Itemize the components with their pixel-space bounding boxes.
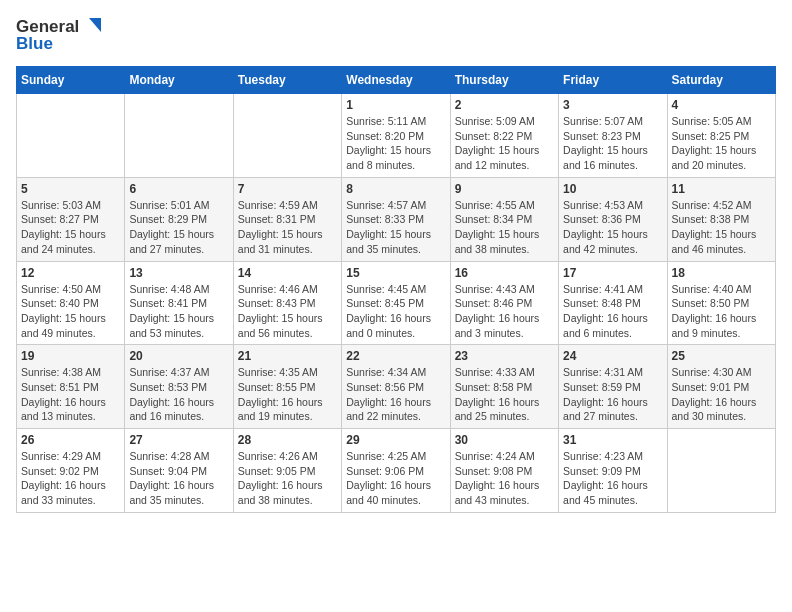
day-number: 4 xyxy=(672,98,771,112)
calendar-cell: 22Sunrise: 4:34 AMSunset: 8:56 PMDayligh… xyxy=(342,345,450,429)
day-info: Sunrise: 4:48 AMSunset: 8:41 PMDaylight:… xyxy=(129,282,228,341)
day-info: Sunrise: 4:38 AMSunset: 8:51 PMDaylight:… xyxy=(21,365,120,424)
calendar-cell: 16Sunrise: 4:43 AMSunset: 8:46 PMDayligh… xyxy=(450,261,558,345)
day-number: 19 xyxy=(21,349,120,363)
day-info: Sunrise: 4:29 AMSunset: 9:02 PMDaylight:… xyxy=(21,449,120,508)
day-number: 7 xyxy=(238,182,337,196)
day-header-wednesday: Wednesday xyxy=(342,67,450,94)
calendar-week-row: 1Sunrise: 5:11 AMSunset: 8:20 PMDaylight… xyxy=(17,94,776,178)
day-header-thursday: Thursday xyxy=(450,67,558,94)
day-info: Sunrise: 5:07 AMSunset: 8:23 PMDaylight:… xyxy=(563,114,662,173)
day-number: 12 xyxy=(21,266,120,280)
logo-blue-text: Blue xyxy=(16,34,53,54)
day-number: 9 xyxy=(455,182,554,196)
day-info: Sunrise: 4:34 AMSunset: 8:56 PMDaylight:… xyxy=(346,365,445,424)
day-info: Sunrise: 4:57 AMSunset: 8:33 PMDaylight:… xyxy=(346,198,445,257)
day-info: Sunrise: 4:35 AMSunset: 8:55 PMDaylight:… xyxy=(238,365,337,424)
calendar-cell: 23Sunrise: 4:33 AMSunset: 8:58 PMDayligh… xyxy=(450,345,558,429)
day-number: 8 xyxy=(346,182,445,196)
logo: General Blue xyxy=(16,16,103,54)
calendar-cell: 25Sunrise: 4:30 AMSunset: 9:01 PMDayligh… xyxy=(667,345,775,429)
day-info: Sunrise: 4:46 AMSunset: 8:43 PMDaylight:… xyxy=(238,282,337,341)
calendar-cell: 13Sunrise: 4:48 AMSunset: 8:41 PMDayligh… xyxy=(125,261,233,345)
day-number: 17 xyxy=(563,266,662,280)
day-number: 27 xyxy=(129,433,228,447)
calendar-cell: 2Sunrise: 5:09 AMSunset: 8:22 PMDaylight… xyxy=(450,94,558,178)
calendar-header-row: SundayMondayTuesdayWednesdayThursdayFrid… xyxy=(17,67,776,94)
day-info: Sunrise: 4:52 AMSunset: 8:38 PMDaylight:… xyxy=(672,198,771,257)
calendar-cell: 26Sunrise: 4:29 AMSunset: 9:02 PMDayligh… xyxy=(17,429,125,513)
day-info: Sunrise: 5:05 AMSunset: 8:25 PMDaylight:… xyxy=(672,114,771,173)
day-info: Sunrise: 4:23 AMSunset: 9:09 PMDaylight:… xyxy=(563,449,662,508)
calendar-cell: 21Sunrise: 4:35 AMSunset: 8:55 PMDayligh… xyxy=(233,345,341,429)
calendar-cell: 11Sunrise: 4:52 AMSunset: 8:38 PMDayligh… xyxy=(667,177,775,261)
calendar-cell: 20Sunrise: 4:37 AMSunset: 8:53 PMDayligh… xyxy=(125,345,233,429)
day-info: Sunrise: 4:40 AMSunset: 8:50 PMDaylight:… xyxy=(672,282,771,341)
day-info: Sunrise: 5:03 AMSunset: 8:27 PMDaylight:… xyxy=(21,198,120,257)
calendar-cell: 5Sunrise: 5:03 AMSunset: 8:27 PMDaylight… xyxy=(17,177,125,261)
calendar-cell xyxy=(125,94,233,178)
day-info: Sunrise: 4:45 AMSunset: 8:45 PMDaylight:… xyxy=(346,282,445,341)
day-header-sunday: Sunday xyxy=(17,67,125,94)
calendar-cell: 6Sunrise: 5:01 AMSunset: 8:29 PMDaylight… xyxy=(125,177,233,261)
day-info: Sunrise: 4:37 AMSunset: 8:53 PMDaylight:… xyxy=(129,365,228,424)
day-number: 11 xyxy=(672,182,771,196)
day-number: 14 xyxy=(238,266,337,280)
day-number: 18 xyxy=(672,266,771,280)
day-number: 31 xyxy=(563,433,662,447)
day-number: 22 xyxy=(346,349,445,363)
calendar-cell: 9Sunrise: 4:55 AMSunset: 8:34 PMDaylight… xyxy=(450,177,558,261)
day-number: 30 xyxy=(455,433,554,447)
day-header-monday: Monday xyxy=(125,67,233,94)
day-info: Sunrise: 4:33 AMSunset: 8:58 PMDaylight:… xyxy=(455,365,554,424)
day-number: 1 xyxy=(346,98,445,112)
day-header-saturday: Saturday xyxy=(667,67,775,94)
day-info: Sunrise: 4:28 AMSunset: 9:04 PMDaylight:… xyxy=(129,449,228,508)
calendar-cell xyxy=(233,94,341,178)
day-info: Sunrise: 4:31 AMSunset: 8:59 PMDaylight:… xyxy=(563,365,662,424)
calendar-cell: 7Sunrise: 4:59 AMSunset: 8:31 PMDaylight… xyxy=(233,177,341,261)
day-number: 20 xyxy=(129,349,228,363)
calendar-cell: 8Sunrise: 4:57 AMSunset: 8:33 PMDaylight… xyxy=(342,177,450,261)
day-number: 3 xyxy=(563,98,662,112)
calendar-cell: 19Sunrise: 4:38 AMSunset: 8:51 PMDayligh… xyxy=(17,345,125,429)
day-number: 21 xyxy=(238,349,337,363)
calendar-cell: 28Sunrise: 4:26 AMSunset: 9:05 PMDayligh… xyxy=(233,429,341,513)
calendar-week-row: 26Sunrise: 4:29 AMSunset: 9:02 PMDayligh… xyxy=(17,429,776,513)
calendar-cell: 15Sunrise: 4:45 AMSunset: 8:45 PMDayligh… xyxy=(342,261,450,345)
day-number: 26 xyxy=(21,433,120,447)
day-number: 5 xyxy=(21,182,120,196)
day-number: 29 xyxy=(346,433,445,447)
calendar-week-row: 5Sunrise: 5:03 AMSunset: 8:27 PMDaylight… xyxy=(17,177,776,261)
day-info: Sunrise: 4:59 AMSunset: 8:31 PMDaylight:… xyxy=(238,198,337,257)
day-info: Sunrise: 4:50 AMSunset: 8:40 PMDaylight:… xyxy=(21,282,120,341)
calendar-week-row: 19Sunrise: 4:38 AMSunset: 8:51 PMDayligh… xyxy=(17,345,776,429)
calendar-cell: 10Sunrise: 4:53 AMSunset: 8:36 PMDayligh… xyxy=(559,177,667,261)
logo-triangle-icon xyxy=(81,16,103,38)
day-number: 24 xyxy=(563,349,662,363)
calendar-cell: 30Sunrise: 4:24 AMSunset: 9:08 PMDayligh… xyxy=(450,429,558,513)
day-info: Sunrise: 4:53 AMSunset: 8:36 PMDaylight:… xyxy=(563,198,662,257)
calendar-cell: 14Sunrise: 4:46 AMSunset: 8:43 PMDayligh… xyxy=(233,261,341,345)
day-number: 13 xyxy=(129,266,228,280)
day-number: 15 xyxy=(346,266,445,280)
calendar-cell: 1Sunrise: 5:11 AMSunset: 8:20 PMDaylight… xyxy=(342,94,450,178)
calendar-cell: 4Sunrise: 5:05 AMSunset: 8:25 PMDaylight… xyxy=(667,94,775,178)
calendar-cell: 24Sunrise: 4:31 AMSunset: 8:59 PMDayligh… xyxy=(559,345,667,429)
day-header-tuesday: Tuesday xyxy=(233,67,341,94)
day-number: 28 xyxy=(238,433,337,447)
svg-marker-0 xyxy=(89,18,101,32)
day-info: Sunrise: 5:09 AMSunset: 8:22 PMDaylight:… xyxy=(455,114,554,173)
page-header: General Blue xyxy=(16,16,776,54)
day-info: Sunrise: 4:30 AMSunset: 9:01 PMDaylight:… xyxy=(672,365,771,424)
day-number: 2 xyxy=(455,98,554,112)
day-info: Sunrise: 4:25 AMSunset: 9:06 PMDaylight:… xyxy=(346,449,445,508)
day-number: 10 xyxy=(563,182,662,196)
day-number: 6 xyxy=(129,182,228,196)
day-info: Sunrise: 4:43 AMSunset: 8:46 PMDaylight:… xyxy=(455,282,554,341)
calendar-cell xyxy=(667,429,775,513)
day-number: 16 xyxy=(455,266,554,280)
calendar-cell xyxy=(17,94,125,178)
calendar-cell: 31Sunrise: 4:23 AMSunset: 9:09 PMDayligh… xyxy=(559,429,667,513)
day-number: 25 xyxy=(672,349,771,363)
